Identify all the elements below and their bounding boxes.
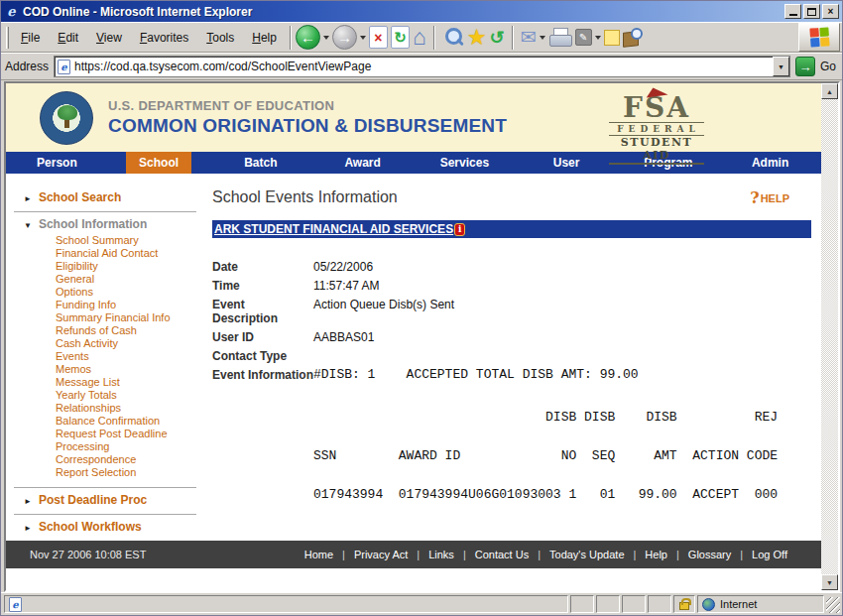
main-content: School Events Information ? HELP ARK STU… <box>204 174 821 541</box>
menu-help[interactable]: Help <box>243 29 286 47</box>
search-button[interactable] <box>442 26 464 49</box>
mail-dropdown-icon[interactable] <box>540 36 545 40</box>
address-field[interactable]: e https://cod.qa.tsysecom.com/cod/School… <box>54 56 790 77</box>
window-title: COD Online - Microsoft Internet Explorer <box>23 5 783 19</box>
sidebar-item-funding-info[interactable]: Funding Info <box>56 299 196 311</box>
favorites-button[interactable]: ★ <box>467 26 487 49</box>
sidebar-item-balance-confirmation[interactable]: Balance Confirmation <box>56 415 196 428</box>
help-link[interactable]: ? HELP <box>750 188 789 207</box>
sidebar-item-message-list[interactable]: Message List <box>56 376 196 389</box>
menu-tools[interactable]: Tools <box>197 29 243 47</box>
footer-link-glossary[interactable]: Glossary <box>688 549 731 560</box>
research-button[interactable] <box>623 28 643 47</box>
tab-batch[interactable]: Batch <box>210 152 312 174</box>
footer-link-privacy-act[interactable]: Privacy Act <box>354 549 408 560</box>
home-button[interactable]: ⌂ <box>413 26 426 49</box>
sidebar-item-eligibility[interactable]: Eligibility <box>56 260 196 273</box>
field-label: Event Description <box>212 298 313 325</box>
school-name-link[interactable]: ARK STUDENT FINANCIAL AID SERVICES <box>214 222 453 236</box>
sidebar-item-memos[interactable]: Memos <box>56 363 196 376</box>
collapsed-arrow-icon: ► <box>24 524 32 533</box>
footer-link-help[interactable]: Help <box>645 549 667 560</box>
fsa-student-aid-line: STUDENT AID <box>609 136 704 165</box>
page-title-row: School Events Information ? HELP <box>212 188 811 207</box>
field-value: 05/22/2006 <box>313 260 373 274</box>
sidebar-item-financial-aid-contact[interactable]: Financial Aid Contact <box>56 247 196 260</box>
back-dropdown-icon[interactable] <box>323 36 329 40</box>
close-button[interactable]: × <box>822 4 839 19</box>
footer-link-contact-us[interactable]: Contact Us <box>475 549 529 560</box>
forward-dropdown-icon[interactable] <box>360 36 366 40</box>
address-label: Address <box>5 60 49 73</box>
field-label: Time <box>212 279 313 293</box>
edit-button[interactable]: ✎ <box>575 29 592 46</box>
sidebar-section-school-workflows: ► School Workflows <box>14 515 196 542</box>
sidebar-item-yearly-totals[interactable]: Yearly Totals <box>56 389 196 402</box>
menu-favorites[interactable]: Favorites <box>131 29 197 47</box>
tab-services[interactable]: Services <box>414 152 516 174</box>
stop-button[interactable]: × <box>369 26 388 49</box>
scrollbar-track[interactable] <box>821 99 838 574</box>
menu-view[interactable]: View <box>87 29 131 47</box>
scroll-up-button[interactable]: ▲ <box>821 83 838 99</box>
sidebar-item-request-post-deadline-processing[interactable]: Request Post Deadline Processing <box>56 428 196 453</box>
go-button[interactable]: → <box>795 57 815 76</box>
footer-link-home[interactable]: Home <box>304 549 333 560</box>
sidebar-item-correspondence[interactable]: Correspondence <box>56 453 196 466</box>
vertical-scrollbar[interactable]: ▲ ▼ <box>821 83 838 590</box>
minimize-button[interactable] <box>784 4 801 19</box>
sidebar-item-school-summary[interactable]: School Summary <box>56 234 196 247</box>
sidebar-section-school-search: ► School Search <box>14 185 196 212</box>
info-icon[interactable]: i <box>454 223 465 236</box>
sidebar-item-relationships[interactable]: Relationships <box>56 402 196 415</box>
sidebar-item-school-workflows[interactable]: ► School Workflows <box>14 520 196 534</box>
footer-separator: | <box>634 549 637 560</box>
tab-user[interactable]: User <box>516 152 618 174</box>
address-dropdown-button[interactable]: ▼ <box>773 57 789 76</box>
menu-file[interactable]: File <box>12 29 49 47</box>
sidebar-item-events[interactable]: Events <box>56 350 196 363</box>
sidebar-item-general[interactable]: General <box>56 273 196 286</box>
toolbar-grip[interactable] <box>6 27 9 49</box>
discuss-button[interactable] <box>604 30 620 46</box>
sidebar-item-post-deadline-proc[interactable]: ► Post Deadline Proc <box>14 493 196 507</box>
sidebar-item-school-search[interactable]: ► School Search <box>14 190 196 204</box>
address-bar: Address e https://cod.qa.tsysecom.com/co… <box>1 53 842 80</box>
field-value: AABBAS01 <box>313 330 374 344</box>
resize-grip[interactable] <box>826 597 840 613</box>
footer-link-log-off[interactable]: Log Off <box>752 549 787 560</box>
tab-school[interactable]: School <box>108 152 210 174</box>
go-label[interactable]: Go <box>820 60 836 73</box>
address-url[interactable]: https://cod.qa.tsysecom.com/cod/SchoolEv… <box>74 60 769 73</box>
tab-admin[interactable]: Admin <box>719 152 821 174</box>
sidebar-item-report-selection[interactable]: Report Selection <box>56 466 196 479</box>
footer-link-todays-update[interactable]: Today's Update <box>549 549 624 560</box>
sidebar-section-school-information: ▼ School Information School Summary Fina… <box>14 212 196 488</box>
site-footer: Nov 27 2006 10:08 EST Home | Privacy Act… <box>6 541 821 568</box>
back-button[interactable]: ← <box>296 25 320 50</box>
maximize-button[interactable] <box>803 4 820 19</box>
scroll-down-button[interactable]: ▼ <box>821 574 838 590</box>
mail-button[interactable]: ✉ <box>521 26 537 49</box>
sidebar-section-post-deadline-proc: ► Post Deadline Proc <box>14 488 196 515</box>
refresh-icon: ↻ <box>394 29 407 47</box>
field-row-time: Time 11:57:47 AM <box>212 279 811 293</box>
field-label: Contact Type <box>212 349 313 363</box>
refresh-button[interactable]: ↻ <box>391 26 410 49</box>
sidebar-item-summary-financial-info[interactable]: Summary Financial Info <box>56 311 196 324</box>
print-button[interactable] <box>548 28 572 48</box>
tab-person[interactable]: Person <box>6 152 108 174</box>
sidebar-item-refunds-of-cash[interactable]: Refunds of Cash <box>56 324 196 337</box>
forward-button[interactable]: → <box>332 25 357 50</box>
edit-dropdown-icon[interactable] <box>595 36 601 40</box>
menu-edit[interactable]: Edit <box>49 29 87 47</box>
minimize-icon <box>789 14 797 16</box>
history-button[interactable]: ↺ <box>490 27 505 49</box>
sidebar-item-options[interactable]: Options <box>56 286 196 299</box>
sidebar-item-school-information[interactable]: ▼ School Information <box>14 217 196 231</box>
table-header-line2: SSN AWARD ID NO SEQ AMT ACTION CODE <box>313 448 811 464</box>
footer-link-links[interactable]: Links <box>428 549 454 560</box>
status-bar: e Internet <box>1 592 842 615</box>
sidebar-item-cash-activity[interactable]: Cash Activity <box>56 337 196 350</box>
tab-award[interactable]: Award <box>311 152 414 174</box>
